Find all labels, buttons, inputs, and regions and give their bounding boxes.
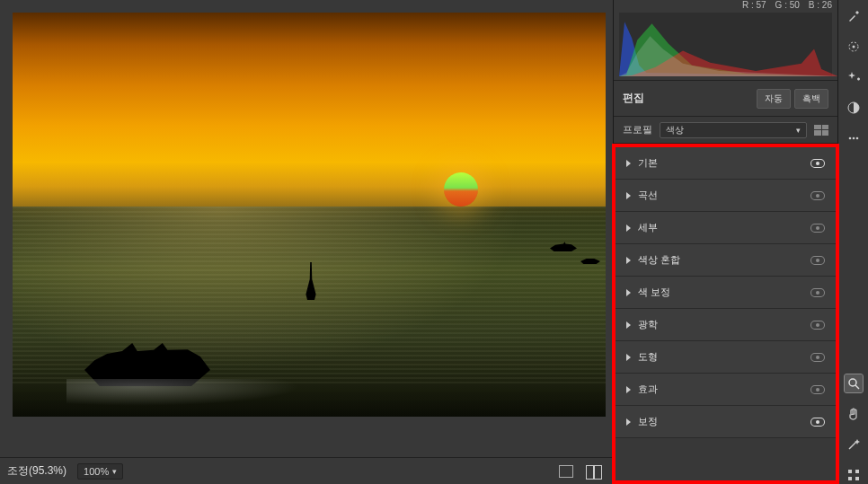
chevron-right-icon — [626, 257, 631, 264]
bw-button[interactable]: 흑백 — [794, 89, 828, 109]
status-bar: 조정(95.3%) 100% ▾ — [0, 457, 613, 484]
document-area: 조정(95.3%) 100% ▾ — [0, 0, 613, 484]
zoom-dropdown[interactable]: 100% ▾ — [77, 463, 123, 480]
visibility-toggle-icon[interactable] — [810, 288, 825, 297]
adjust-status: 조정(95.3%) — [5, 462, 68, 480]
chevron-right-icon — [626, 160, 631, 167]
chevron-down-icon: ▾ — [112, 467, 117, 476]
target-icon[interactable] — [845, 38, 863, 56]
visibility-toggle-icon[interactable] — [810, 353, 825, 362]
wand-icon[interactable] — [845, 436, 863, 453]
zoom-value: 100% — [84, 466, 109, 477]
svg-point-3 — [848, 137, 851, 140]
image-canvas[interactable] — [13, 13, 606, 417]
panel-curve[interactable]: 곡선 — [616, 180, 836, 212]
panel-calibration[interactable]: 보정 — [616, 406, 836, 438]
visibility-toggle-icon[interactable] — [810, 191, 825, 200]
panel-effects[interactable]: 효과 — [616, 374, 836, 406]
panel-basic[interactable]: 기본 — [616, 147, 836, 180]
view-mode-icon[interactable] — [559, 465, 573, 478]
eyedropper-icon[interactable] — [845, 7, 863, 25]
panel-color-grading[interactable]: 색 보정 — [616, 277, 836, 309]
auto-button[interactable]: 자동 — [757, 89, 791, 109]
svg-point-1 — [852, 46, 855, 48]
panel-optics[interactable]: 광학 — [616, 309, 836, 341]
visibility-toggle-icon[interactable] — [810, 256, 825, 265]
readout-g: G : 50 — [775, 0, 800, 10]
panel-geometry[interactable]: 도형 — [616, 341, 836, 374]
chevron-down-icon: ▾ — [796, 126, 801, 135]
profile-select[interactable]: 색상 ▾ — [660, 122, 807, 138]
profile-label: 프로필 — [623, 123, 652, 136]
readout-r: R : 57 — [742, 0, 766, 10]
profile-selected: 색상 — [666, 124, 684, 136]
panel-color-mixer[interactable]: 색상 혼합 — [616, 244, 836, 277]
develop-panel: R : 57 G : 50 B : 26 편집 자동 흑백 프로필 — [613, 0, 837, 484]
svg-point-6 — [849, 379, 856, 386]
panel-detail[interactable]: 세부 — [616, 212, 836, 244]
svg-rect-9 — [848, 470, 852, 473]
chevron-right-icon — [626, 192, 631, 199]
chevron-right-icon — [626, 418, 631, 426]
chevron-right-icon — [626, 386, 631, 393]
visibility-toggle-icon[interactable] — [810, 385, 825, 394]
readout-b: B : 26 — [809, 0, 832, 10]
visibility-toggle-icon[interactable] — [810, 418, 825, 427]
chevron-right-icon — [626, 321, 631, 329]
visibility-toggle-icon[interactable] — [810, 159, 825, 168]
edit-section-title: 편집 — [623, 91, 644, 106]
chevron-right-icon — [626, 289, 631, 296]
adjustment-panels-highlight: 기본 곡선 세부 색상 혼합 색 보정 — [612, 144, 839, 484]
right-toolbar — [837, 0, 868, 484]
svg-point-4 — [852, 137, 855, 140]
svg-rect-11 — [848, 477, 852, 480]
gradient-icon[interactable] — [845, 99, 863, 117]
profile-browser-icon[interactable] — [814, 125, 828, 136]
sparkle-plus-icon[interactable] — [845, 68, 863, 86]
histogram-panel[interactable]: R : 57 G : 50 B : 26 — [614, 0, 837, 81]
svg-line-7 — [855, 385, 859, 389]
compare-view-icon[interactable] — [586, 465, 602, 478]
hand-icon[interactable] — [845, 405, 863, 423]
visibility-toggle-icon[interactable] — [810, 321, 825, 330]
svg-point-5 — [855, 137, 858, 140]
chevron-right-icon — [626, 354, 631, 361]
zoom-icon[interactable] — [845, 374, 863, 392]
svg-rect-12 — [855, 477, 859, 480]
svg-line-8 — [849, 442, 856, 449]
visibility-toggle-icon[interactable] — [810, 224, 825, 233]
grid-icon[interactable] — [845, 466, 863, 484]
chevron-right-icon — [626, 224, 631, 232]
svg-rect-10 — [855, 470, 859, 473]
more-icon[interactable] — [845, 129, 863, 147]
